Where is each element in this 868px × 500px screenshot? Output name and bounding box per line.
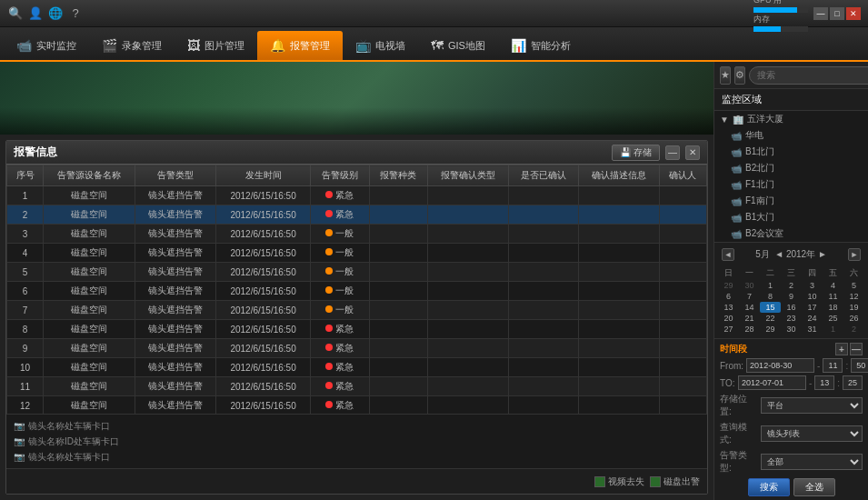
checkbox-video-input[interactable] [594, 476, 605, 487]
cal-day-cell[interactable]: 9 [781, 291, 802, 302]
cal-day-cell[interactable]: 14 [739, 302, 760, 313]
alarm-type-select[interactable]: 全部 [761, 454, 863, 470]
toolbar-icon-user[interactable]: 👤 [27, 5, 44, 22]
cal-day-cell[interactable]: 24 [802, 313, 823, 324]
from-hour-input[interactable] [823, 358, 843, 373]
cal-day-cell[interactable]: 22 [760, 313, 781, 324]
to-hour-input[interactable] [814, 375, 834, 390]
cal-day-cell[interactable]: 4 [823, 280, 843, 291]
tab-alarm[interactable]: 🔔 报警管理 [257, 31, 343, 60]
cell-device: 磁盘空间 [44, 282, 135, 301]
table-row[interactable]: 8 磁盘空间 镜头遮挡告警 2012/6/15/16:50 紧急 [7, 320, 707, 339]
tab-images[interactable]: 🖼 图片管理 [175, 31, 257, 60]
cal-day-cell[interactable]: 6 [718, 291, 739, 302]
cal-day-cell[interactable]: 8 [760, 291, 781, 302]
table-row[interactable]: 4 磁盘空间 镜头遮挡告警 2012/6/15/16:50 一般 [7, 244, 707, 263]
query-mode-select[interactable]: 镜头列表 [761, 425, 863, 442]
save-button[interactable]: 💾 存储 [612, 145, 660, 161]
table-row[interactable]: 3 磁盘空间 镜头遮挡告警 2012/6/15/16:50 一般 [7, 225, 707, 244]
cal-day-cell[interactable]: 31 [802, 324, 823, 335]
cal-day-cell[interactable]: 27 [718, 324, 739, 335]
tree-item-b1north[interactable]: 📹 B1北门 [714, 144, 868, 160]
table-row[interactable]: 7 磁盘空间 镜头遮挡告警 2012/6/15/16:50 一般 [7, 301, 707, 320]
cal-day-cell[interactable]: 10 [802, 291, 823, 302]
cal-day-cell[interactable]: 11 [823, 291, 843, 302]
cell-confirmed [508, 205, 578, 225]
cal-day-cell[interactable]: 17 [802, 302, 823, 313]
maximize-button[interactable]: □ [830, 7, 844, 20]
table-row[interactable]: 1 磁盘空间 镜头遮挡告警 2012/6/15/16:50 紧急 [7, 186, 707, 205]
tree-item-huadian[interactable]: 📹 华电 [714, 127, 868, 144]
cal-day-cell[interactable]: 26 [843, 313, 864, 324]
cal-day-cell[interactable]: 21 [739, 313, 760, 324]
tab-realtime[interactable]: 📹 实时监控 [4, 31, 89, 60]
toolbar-icon-search[interactable]: 🔍 [7, 5, 24, 22]
tree-item-b2meeting[interactable]: 📹 B2会议室 [714, 225, 868, 242]
cal-day-cell[interactable]: 5 [843, 280, 864, 291]
tree-item-wupu[interactable]: ▼ 🏢 五洋大厦 [714, 111, 868, 127]
cal-day-cell[interactable]: 1 [823, 324, 843, 335]
cal-day-mon: 一 [739, 266, 760, 280]
cal-day-cell[interactable]: 1 [760, 280, 781, 291]
cal-next-button[interactable]: ► [848, 248, 861, 261]
close-button[interactable]: ✕ [846, 7, 861, 20]
cal-day-cell[interactable]: 16 [781, 302, 802, 313]
cal-day-cell[interactable]: 30 [739, 280, 760, 291]
cal-day-cell[interactable]: 15 [760, 302, 781, 313]
cal-day-cell[interactable]: 30 [781, 324, 802, 335]
table-row[interactable]: 9 磁盘空间 镜头遮挡告警 2012/6/15/16:50 紧急 [7, 339, 707, 358]
to-date-input[interactable] [738, 375, 806, 390]
cal-day-cell[interactable]: 7 [739, 291, 760, 302]
cal-day-cell[interactable]: 12 [843, 291, 864, 302]
table-row[interactable]: 12 磁盘空间 镜头遮挡告警 2012/6/15/16:50 紧急 [7, 396, 707, 415]
tab-videowall[interactable]: 📺 电视墙 [343, 31, 418, 60]
cal-day-cell[interactable]: 23 [781, 313, 802, 324]
toolbar-icon-network[interactable]: 🌐 [47, 5, 64, 22]
table-row[interactable]: 11 磁盘空间 镜头遮挡告警 2012/6/15/16:50 紧急 [7, 377, 707, 396]
cal-day-cell[interactable]: 2 [781, 280, 802, 291]
sidebar-settings-button[interactable]: ⚙ [734, 66, 745, 85]
toolbar-icon-help[interactable]: ? [67, 5, 84, 22]
cal-day-cell[interactable]: 13 [718, 302, 739, 313]
cal-prev-button[interactable]: ◄ [722, 248, 734, 261]
cal-nav-prev-month[interactable]: ◄ [774, 249, 783, 259]
time-remove-button[interactable]: — [850, 343, 863, 355]
from-date-input[interactable] [746, 358, 814, 373]
time-add-button[interactable]: + [835, 343, 848, 355]
sidebar-search-input[interactable] [749, 66, 868, 85]
cal-day-cell[interactable]: 28 [739, 324, 760, 335]
tree-item-f1north[interactable]: 📹 F1北门 [714, 176, 868, 193]
table-row[interactable]: 2 磁盘空间 镜头遮挡告警 2012/6/15/16:50 紧急 [7, 205, 707, 225]
cal-day-cell[interactable]: 3 [802, 280, 823, 291]
from-min-input[interactable] [851, 358, 868, 373]
cal-day-cell[interactable]: 20 [718, 313, 739, 324]
table-row[interactable]: 6 磁盘空间 镜头遮挡告警 2012/6/15/16:50 一般 [7, 282, 707, 301]
table-row[interactable]: 5 磁盘空间 镜头遮挡告警 2012/6/15/16:50 一般 [7, 263, 707, 282]
cal-day-cell[interactable]: 29 [760, 324, 781, 335]
tab-smartanalysis[interactable]: 📊 智能分析 [498, 31, 584, 60]
cal-day-cell[interactable]: 25 [823, 313, 843, 324]
tab-gismap[interactable]: 🗺 GIS地图 [418, 31, 498, 60]
tree-item-f1south[interactable]: 📹 F1南门 [714, 193, 868, 209]
checkbox-disk[interactable]: 磁盘出警 [650, 475, 700, 488]
minimize-button[interactable]: — [813, 7, 828, 20]
cal-day-cell[interactable]: 19 [843, 302, 864, 313]
panel-close-button[interactable]: ✕ [685, 145, 700, 160]
search-button[interactable]: 搜索 [748, 478, 790, 496]
storage-select[interactable]: 平台 [761, 397, 863, 414]
tree-item-b2north[interactable]: 📹 B2北门 [714, 160, 868, 176]
tab-recording[interactable]: 🎬 录象管理 [89, 31, 175, 60]
sidebar-star-button[interactable]: ★ [720, 66, 731, 85]
checkbox-video[interactable]: 视频去失 [594, 475, 644, 488]
to-min-input[interactable] [843, 375, 863, 390]
cell-confirm-type [428, 301, 509, 320]
checkbox-disk-input[interactable] [650, 476, 661, 487]
cal-day-cell[interactable]: 2 [843, 324, 864, 335]
cal-day-cell[interactable]: 18 [823, 302, 843, 313]
tree-item-b1bigdoor[interactable]: 📹 B1大门 [714, 209, 868, 225]
select-all-button[interactable]: 全选 [793, 478, 835, 496]
panel-minimize-button[interactable]: — [665, 145, 680, 160]
cal-day-cell[interactable]: 29 [718, 280, 739, 291]
table-row[interactable]: 10 磁盘空间 镜头遮挡告警 2012/6/15/16:50 紧急 [7, 358, 707, 377]
cal-nav-next-month[interactable]: ► [818, 249, 827, 259]
